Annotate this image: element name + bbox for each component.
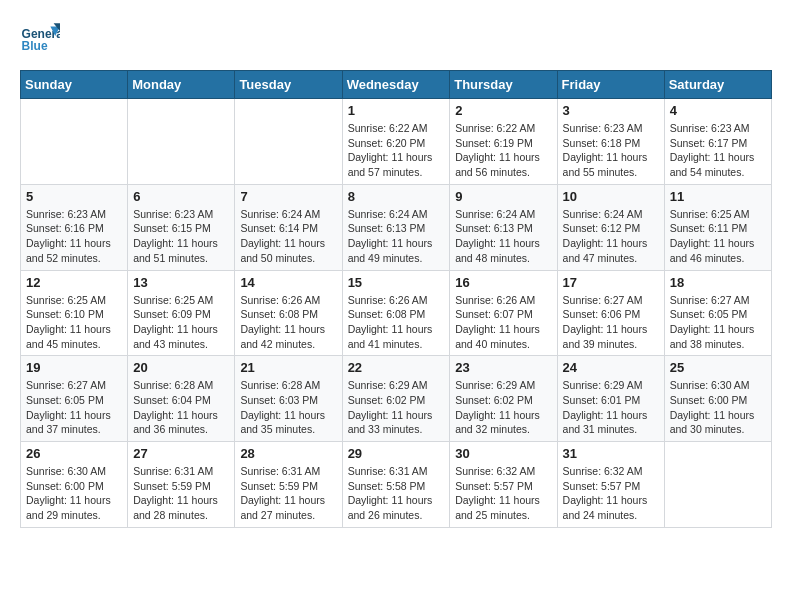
calendar-cell: 8Sunrise: 6:24 AM Sunset: 6:13 PM Daylig… [342,184,450,270]
day-number: 18 [670,275,766,290]
day-info: Sunrise: 6:22 AM Sunset: 6:20 PM Dayligh… [348,121,445,180]
day-number: 6 [133,189,229,204]
day-info: Sunrise: 6:28 AM Sunset: 6:04 PM Dayligh… [133,378,229,437]
day-number: 10 [563,189,659,204]
day-info: Sunrise: 6:25 AM Sunset: 6:09 PM Dayligh… [133,293,229,352]
day-info: Sunrise: 6:24 AM Sunset: 6:13 PM Dayligh… [348,207,445,266]
day-info: Sunrise: 6:24 AM Sunset: 6:14 PM Dayligh… [240,207,336,266]
day-number: 14 [240,275,336,290]
calendar-week-row: 12Sunrise: 6:25 AM Sunset: 6:10 PM Dayli… [21,270,772,356]
calendar-cell: 28Sunrise: 6:31 AM Sunset: 5:59 PM Dayli… [235,442,342,528]
day-info: Sunrise: 6:25 AM Sunset: 6:10 PM Dayligh… [26,293,122,352]
day-info: Sunrise: 6:30 AM Sunset: 6:00 PM Dayligh… [670,378,766,437]
day-of-week-header: Sunday [21,71,128,99]
day-number: 21 [240,360,336,375]
day-info: Sunrise: 6:27 AM Sunset: 6:06 PM Dayligh… [563,293,659,352]
day-number: 9 [455,189,551,204]
calendar-cell: 19Sunrise: 6:27 AM Sunset: 6:05 PM Dayli… [21,356,128,442]
calendar-cell: 16Sunrise: 6:26 AM Sunset: 6:07 PM Dayli… [450,270,557,356]
calendar-cell: 4Sunrise: 6:23 AM Sunset: 6:17 PM Daylig… [664,99,771,185]
day-number: 30 [455,446,551,461]
calendar-cell: 27Sunrise: 6:31 AM Sunset: 5:59 PM Dayli… [128,442,235,528]
day-number: 2 [455,103,551,118]
day-info: Sunrise: 6:27 AM Sunset: 6:05 PM Dayligh… [670,293,766,352]
day-info: Sunrise: 6:25 AM Sunset: 6:11 PM Dayligh… [670,207,766,266]
calendar-cell: 3Sunrise: 6:23 AM Sunset: 6:18 PM Daylig… [557,99,664,185]
calendar-cell: 31Sunrise: 6:32 AM Sunset: 5:57 PM Dayli… [557,442,664,528]
calendar-cell: 25Sunrise: 6:30 AM Sunset: 6:00 PM Dayli… [664,356,771,442]
logo-icon: General Blue [20,20,60,60]
svg-text:Blue: Blue [22,39,48,53]
day-number: 22 [348,360,445,375]
calendar-cell: 18Sunrise: 6:27 AM Sunset: 6:05 PM Dayli… [664,270,771,356]
day-number: 25 [670,360,766,375]
calendar-cell: 29Sunrise: 6:31 AM Sunset: 5:58 PM Dayli… [342,442,450,528]
calendar-cell: 7Sunrise: 6:24 AM Sunset: 6:14 PM Daylig… [235,184,342,270]
calendar-cell: 6Sunrise: 6:23 AM Sunset: 6:15 PM Daylig… [128,184,235,270]
day-number: 23 [455,360,551,375]
calendar-cell [21,99,128,185]
day-of-week-header: Friday [557,71,664,99]
day-info: Sunrise: 6:24 AM Sunset: 6:13 PM Dayligh… [455,207,551,266]
calendar-cell: 10Sunrise: 6:24 AM Sunset: 6:12 PM Dayli… [557,184,664,270]
day-info: Sunrise: 6:23 AM Sunset: 6:17 PM Dayligh… [670,121,766,180]
calendar-cell: 22Sunrise: 6:29 AM Sunset: 6:02 PM Dayli… [342,356,450,442]
calendar-cell: 20Sunrise: 6:28 AM Sunset: 6:04 PM Dayli… [128,356,235,442]
day-number: 1 [348,103,445,118]
day-of-week-header: Thursday [450,71,557,99]
day-number: 13 [133,275,229,290]
day-number: 24 [563,360,659,375]
calendar-cell: 11Sunrise: 6:25 AM Sunset: 6:11 PM Dayli… [664,184,771,270]
day-number: 7 [240,189,336,204]
day-number: 27 [133,446,229,461]
day-info: Sunrise: 6:32 AM Sunset: 5:57 PM Dayligh… [455,464,551,523]
day-info: Sunrise: 6:31 AM Sunset: 5:59 PM Dayligh… [240,464,336,523]
calendar-cell [664,442,771,528]
day-info: Sunrise: 6:23 AM Sunset: 6:16 PM Dayligh… [26,207,122,266]
calendar-cell: 21Sunrise: 6:28 AM Sunset: 6:03 PM Dayli… [235,356,342,442]
day-number: 17 [563,275,659,290]
calendar-cell: 5Sunrise: 6:23 AM Sunset: 6:16 PM Daylig… [21,184,128,270]
day-number: 12 [26,275,122,290]
calendar-cell: 2Sunrise: 6:22 AM Sunset: 6:19 PM Daylig… [450,99,557,185]
calendar-cell: 14Sunrise: 6:26 AM Sunset: 6:08 PM Dayli… [235,270,342,356]
calendar-cell: 13Sunrise: 6:25 AM Sunset: 6:09 PM Dayli… [128,270,235,356]
day-info: Sunrise: 6:26 AM Sunset: 6:08 PM Dayligh… [348,293,445,352]
calendar-week-row: 19Sunrise: 6:27 AM Sunset: 6:05 PM Dayli… [21,356,772,442]
day-info: Sunrise: 6:22 AM Sunset: 6:19 PM Dayligh… [455,121,551,180]
day-number: 19 [26,360,122,375]
day-info: Sunrise: 6:23 AM Sunset: 6:18 PM Dayligh… [563,121,659,180]
day-of-week-header: Tuesday [235,71,342,99]
day-info: Sunrise: 6:32 AM Sunset: 5:57 PM Dayligh… [563,464,659,523]
calendar-cell [128,99,235,185]
day-info: Sunrise: 6:24 AM Sunset: 6:12 PM Dayligh… [563,207,659,266]
day-info: Sunrise: 6:26 AM Sunset: 6:07 PM Dayligh… [455,293,551,352]
calendar-cell: 15Sunrise: 6:26 AM Sunset: 6:08 PM Dayli… [342,270,450,356]
day-info: Sunrise: 6:30 AM Sunset: 6:00 PM Dayligh… [26,464,122,523]
calendar-week-row: 5Sunrise: 6:23 AM Sunset: 6:16 PM Daylig… [21,184,772,270]
calendar-cell [235,99,342,185]
day-number: 15 [348,275,445,290]
calendar-cell: 23Sunrise: 6:29 AM Sunset: 6:02 PM Dayli… [450,356,557,442]
calendar-cell: 30Sunrise: 6:32 AM Sunset: 5:57 PM Dayli… [450,442,557,528]
calendar-cell: 9Sunrise: 6:24 AM Sunset: 6:13 PM Daylig… [450,184,557,270]
day-info: Sunrise: 6:28 AM Sunset: 6:03 PM Dayligh… [240,378,336,437]
day-number: 26 [26,446,122,461]
calendar-table: SundayMondayTuesdayWednesdayThursdayFrid… [20,70,772,528]
day-info: Sunrise: 6:31 AM Sunset: 5:59 PM Dayligh… [133,464,229,523]
calendar-cell: 26Sunrise: 6:30 AM Sunset: 6:00 PM Dayli… [21,442,128,528]
day-number: 28 [240,446,336,461]
page-header: General Blue [20,20,772,60]
day-number: 16 [455,275,551,290]
day-number: 11 [670,189,766,204]
day-of-week-header: Saturday [664,71,771,99]
day-number: 20 [133,360,229,375]
day-number: 29 [348,446,445,461]
calendar-cell: 1Sunrise: 6:22 AM Sunset: 6:20 PM Daylig… [342,99,450,185]
day-info: Sunrise: 6:26 AM Sunset: 6:08 PM Dayligh… [240,293,336,352]
calendar-week-row: 26Sunrise: 6:30 AM Sunset: 6:00 PM Dayli… [21,442,772,528]
day-of-week-header: Monday [128,71,235,99]
day-of-week-header: Wednesday [342,71,450,99]
calendar-cell: 12Sunrise: 6:25 AM Sunset: 6:10 PM Dayli… [21,270,128,356]
day-info: Sunrise: 6:27 AM Sunset: 6:05 PM Dayligh… [26,378,122,437]
